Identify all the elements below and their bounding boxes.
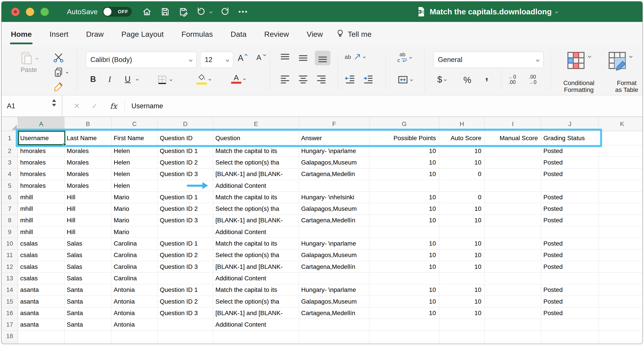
cell-D17[interactable]: [158, 319, 213, 330]
cell-H8[interactable]: 10: [439, 215, 485, 226]
cell-J18[interactable]: [541, 331, 599, 342]
cell-A12[interactable]: csalas: [18, 261, 64, 273]
tab-data[interactable]: Data: [231, 30, 247, 38]
cell-E13[interactable]: Additional Content: [213, 273, 299, 284]
comma-format-button[interactable]: ,: [485, 72, 488, 79]
tab-tell-me[interactable]: Tell me: [336, 28, 372, 40]
cell-E4[interactable]: [BLANK-1] and [BLANK-: [213, 169, 299, 180]
row-header-2[interactable]: 2: [2, 145, 18, 157]
align-middle-button[interactable]: [298, 52, 309, 63]
copy-button[interactable]: [53, 67, 68, 78]
cell-B4[interactable]: Morales: [64, 169, 112, 180]
cell-E11[interactable]: Select the option(s) tha: [213, 250, 299, 261]
decrease-decimal-button[interactable]: ←0 .00: [508, 74, 516, 85]
row-header-16[interactable]: 16: [2, 307, 18, 319]
align-bottom-button[interactable]: [315, 51, 330, 65]
cell-K9[interactable]: [599, 226, 642, 238]
cell-D6[interactable]: Question ID 1: [158, 192, 213, 203]
tab-view[interactable]: View: [307, 30, 323, 38]
cell-I4[interactable]: [485, 169, 541, 180]
cut-button[interactable]: [53, 52, 64, 63]
cell-I18[interactable]: [485, 331, 541, 342]
cell-C15[interactable]: Antonia: [112, 296, 158, 307]
cell-A9[interactable]: mhill: [18, 226, 64, 238]
decrease-font-size-button[interactable]: A: [256, 53, 266, 62]
cell-A5[interactable]: hmorales: [18, 180, 64, 192]
orientation-chevron-icon[interactable]: [363, 55, 366, 58]
italic-button[interactable]: I: [108, 75, 111, 84]
undo-button[interactable]: [196, 6, 207, 17]
cell-H13[interactable]: [439, 273, 485, 284]
row-header-6[interactable]: 6: [2, 192, 18, 203]
cell-A14[interactable]: asanta: [18, 284, 64, 296]
paste-dropdown-chevron-icon[interactable]: [36, 57, 38, 59]
bold-button[interactable]: B: [90, 75, 96, 84]
cell-B5[interactable]: Morales: [64, 180, 112, 192]
cell-F15[interactable]: Galapagos,Museum: [299, 296, 370, 307]
cell-B11[interactable]: Salas: [64, 250, 112, 261]
increase-decimal-button[interactable]: .00 →0: [528, 74, 536, 85]
cell-B16[interactable]: Santa: [64, 307, 112, 319]
cell-G10[interactable]: 10: [370, 238, 439, 249]
cell-C9[interactable]: Mario: [112, 226, 158, 238]
row-header-12[interactable]: 12: [2, 261, 18, 273]
row-header-15[interactable]: 15: [2, 296, 18, 307]
format-as-table-chevron-icon[interactable]: [629, 54, 633, 58]
cell-K6[interactable]: [599, 192, 642, 203]
home-button[interactable]: [142, 6, 152, 17]
row-header-7[interactable]: 7: [2, 203, 18, 215]
cell-F7[interactable]: Galapagos,Museum: [299, 203, 370, 215]
row-header-3[interactable]: 3: [2, 157, 18, 168]
fill-color-chevron-icon[interactable]: [208, 78, 211, 80]
cell-D3[interactable]: Question ID 2: [158, 157, 213, 168]
align-center-button[interactable]: [298, 74, 309, 85]
cell-K8[interactable]: [599, 215, 642, 226]
underline-button[interactable]: U: [125, 75, 138, 84]
save-as-button[interactable]: [178, 6, 188, 17]
autosave-toggle[interactable]: OFF: [102, 7, 132, 16]
row-header-9[interactable]: 9: [2, 226, 18, 238]
row-header-4[interactable]: 4: [2, 169, 18, 180]
minimize-window-button[interactable]: [26, 8, 34, 16]
row-header-1[interactable]: 1: [2, 131, 18, 145]
cell-C7[interactable]: Mario: [112, 203, 158, 215]
cell-F11[interactable]: Galapagos,Museum: [299, 250, 370, 261]
cell-F6[interactable]: Hungary- \nhelsinki: [299, 192, 370, 203]
cell-B12[interactable]: Salas: [64, 261, 112, 273]
cell-H7[interactable]: 10: [439, 203, 485, 215]
cell-C3[interactable]: Helen: [112, 157, 158, 168]
cell-D18[interactable]: [158, 331, 213, 342]
cell-I10[interactable]: [485, 238, 541, 249]
cell-K12[interactable]: [599, 261, 642, 273]
cell-I11[interactable]: [485, 250, 541, 261]
cell-B14[interactable]: Santa: [64, 284, 112, 296]
cell-C13[interactable]: Carolina: [112, 273, 158, 284]
font-name-select[interactable]: Calibri (Body): [86, 52, 196, 68]
cell-D15[interactable]: Question ID 2: [158, 296, 213, 307]
cell-J16[interactable]: Posted: [541, 307, 599, 319]
cell-D16[interactable]: Question ID 3: [158, 307, 213, 319]
formula-bar-content[interactable]: Username: [132, 102, 163, 110]
cell-H6[interactable]: 0: [439, 192, 485, 203]
cell-B18[interactable]: [64, 331, 112, 342]
cell-F16[interactable]: Cartagena,Medellín: [299, 307, 370, 319]
row-header-8[interactable]: 8: [2, 215, 18, 226]
cell-C10[interactable]: Carolina: [112, 238, 158, 249]
cell-J15[interactable]: Posted: [541, 296, 599, 307]
cell-K17[interactable]: [599, 319, 642, 330]
cell-F5[interactable]: [299, 180, 370, 192]
row-header-13[interactable]: 13: [2, 273, 18, 284]
spinner-down-icon[interactable]: [52, 104, 56, 106]
cell-A13[interactable]: csalas: [18, 273, 64, 284]
font-color-button[interactable]: A: [231, 74, 245, 84]
font-color-chevron-icon[interactable]: [243, 77, 246, 80]
percent-format-button[interactable]: %: [464, 75, 471, 85]
wrap-text-button[interactable]: ab c: [397, 52, 412, 63]
cell-G7[interactable]: 10: [370, 203, 439, 215]
cell-G14[interactable]: 10: [370, 284, 439, 296]
currency-chevron-icon[interactable]: [444, 78, 446, 81]
cell-F17[interactable]: [299, 319, 370, 330]
tab-insert[interactable]: Insert: [50, 30, 68, 38]
cell-B10[interactable]: Salas: [64, 238, 112, 249]
cell-I8[interactable]: [485, 215, 541, 226]
